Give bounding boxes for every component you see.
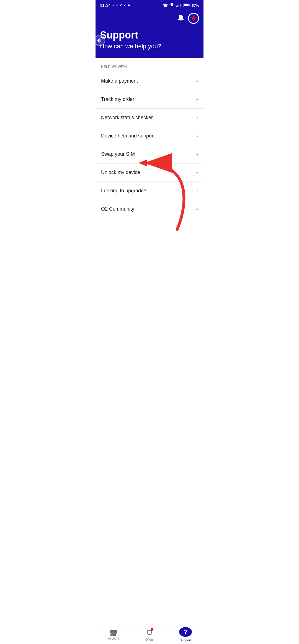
battery-icon (183, 3, 190, 7)
menu-item-label: Network status checker (101, 115, 153, 121)
menu-item-track-my-order[interactable]: Track my order › (96, 90, 203, 109)
chevron-icon: › (196, 78, 198, 84)
svg-rect-5 (176, 6, 177, 7)
menu-item-label: Unlock my device (101, 170, 140, 175)
svg-rect-0 (164, 4, 167, 7)
svg-rect-2 (163, 6, 164, 6)
chevron-icon: › (196, 115, 198, 121)
signal-icon (176, 3, 181, 7)
vibrate-icon (163, 3, 167, 8)
menu-item-looking-to-upgrade[interactable]: Looking to upgrade? › (96, 182, 203, 200)
chevron-icon: › (196, 133, 198, 139)
page-title: Support (100, 29, 199, 41)
svg-rect-16 (101, 40, 101, 41)
chevron-icon: › (196, 188, 198, 194)
menu-item-label: Device help and support (101, 133, 155, 139)
chevron-icon: › (196, 96, 198, 102)
svg-rect-12 (97, 40, 98, 41)
svg-rect-10 (184, 4, 189, 6)
svg-rect-11 (189, 5, 190, 6)
svg-rect-8 (180, 4, 181, 7)
menu-list: Make a payment › Track my order › Networ… (96, 72, 203, 218)
bottom-spacer (96, 218, 203, 241)
menu-item-device-help-and-support[interactable]: Device help and support › (96, 127, 203, 145)
avatar-icon (188, 13, 199, 24)
menu-item-label: Make a payment (101, 78, 138, 84)
svg-rect-1 (163, 4, 164, 5)
chevron-icon: › (196, 151, 198, 157)
chevron-icon: › (196, 206, 198, 212)
status-bar: 11:14 ✓ ✓ ✓ ✓ (96, 0, 203, 10)
menu-item-label: Swap your SIM (101, 151, 135, 157)
svg-rect-4 (167, 6, 167, 6)
menu-item-o2-community[interactable]: O2 Community › (96, 200, 203, 218)
header: Support How can we help you? (96, 10, 203, 58)
wifi-icon (169, 3, 175, 7)
menu-item-unlock-my-device[interactable]: Unlock my device › (96, 163, 203, 182)
svg-rect-14 (99, 38, 100, 43)
status-checks: ✓ ✓ ✓ ✓ (112, 3, 126, 7)
header-icons (100, 13, 199, 24)
svg-rect-7 (179, 4, 179, 7)
svg-rect-6 (177, 5, 178, 7)
menu-item-label: Track my order (101, 96, 134, 102)
avatar-button[interactable] (188, 13, 199, 24)
bell-icon (177, 14, 184, 21)
status-right: 87% (163, 3, 199, 8)
page-subtitle: How can we help you? (100, 43, 199, 50)
svg-rect-15 (100, 39, 100, 42)
menu-item-label: O2 Community (101, 206, 134, 212)
notification-button[interactable] (177, 14, 184, 22)
battery-percent: 87% (192, 3, 199, 7)
status-time: 11:14 (100, 3, 110, 8)
waveform-icon (97, 38, 102, 43)
status-dot (128, 4, 130, 6)
menu-item-make-a-payment[interactable]: Make a payment › (96, 72, 203, 90)
chevron-icon: › (196, 170, 198, 175)
svg-rect-3 (167, 4, 167, 5)
section-label: HELP ME WITH (96, 58, 203, 72)
menu-item-network-status-checker[interactable]: Network status checker › (96, 109, 203, 127)
status-left: 11:14 ✓ ✓ ✓ ✓ (100, 3, 130, 8)
svg-rect-13 (98, 39, 99, 42)
menu-item-swap-your-sim[interactable]: Swap your SIM › (96, 145, 203, 163)
menu-item-label: Looking to upgrade? (101, 188, 146, 194)
